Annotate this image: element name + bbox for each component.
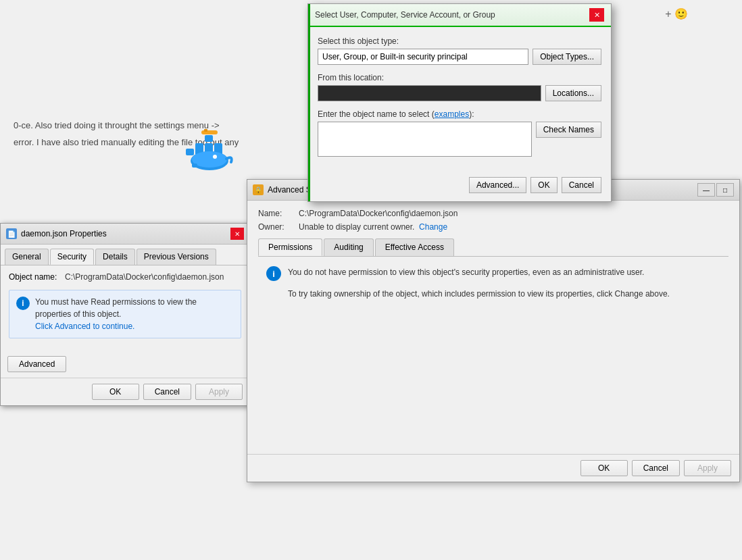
select-user-title: Select User, Computer, Service Account, … bbox=[315, 10, 495, 20]
adv-tab-bar: Permissions Auditing Effective Access bbox=[258, 238, 728, 257]
properties-dialog-title: daemon.json Properties bbox=[21, 229, 107, 238]
enter-name-section: Enter the object name to select (example… bbox=[318, 109, 601, 157]
properties-info-text: You must have Read permissions to view t… bbox=[35, 296, 234, 332]
object-name-value: C:\ProgramData\Docker\config\daemon.json bbox=[65, 272, 224, 282]
tab-details[interactable]: Details bbox=[95, 249, 135, 265]
adv-minimize-button[interactable]: — bbox=[697, 183, 715, 197]
svg-rect-11 bbox=[204, 129, 207, 132]
select-user-close-button[interactable]: ✕ bbox=[589, 8, 604, 22]
properties-tab-content: Object name: C:\ProgramData\Docker\confi… bbox=[1, 265, 249, 352]
location-row: Locations... bbox=[318, 85, 601, 101]
object-types-button[interactable]: Object Types... bbox=[533, 49, 601, 65]
adv-tab-permissions[interactable]: Permissions bbox=[258, 238, 322, 256]
select-user-footer: Advanced... OK Cancel bbox=[308, 172, 611, 201]
adv-ok-button[interactable]: OK bbox=[580, 460, 628, 476]
examples-link[interactable]: examples bbox=[435, 109, 469, 119]
properties-title-left: 📄 daemon.json Properties bbox=[6, 228, 107, 239]
properties-tab-bar: General Security Details Previous Versio… bbox=[1, 245, 249, 265]
emoji-icon: + 🙂 bbox=[665, 5, 688, 23]
adv-apply-button[interactable]: Apply bbox=[684, 460, 731, 476]
svg-rect-10 bbox=[201, 130, 218, 134]
adv-name-value: C:\ProgramData\Docker\config\daemon.json bbox=[299, 209, 457, 218]
svg-rect-0 bbox=[186, 149, 194, 155]
adv-name-row: Name: C:\ProgramData\Docker\config\daemo… bbox=[258, 209, 728, 218]
advanced-security-dialog: 🔒 Advanced Security Settings for daemon.… bbox=[247, 179, 740, 482]
click-advanced-link[interactable]: Click Advanced to continue. bbox=[35, 322, 134, 331]
advanced-btn-row: Advanced bbox=[1, 352, 249, 378]
select-user-cancel-button[interactable]: Cancel bbox=[562, 177, 601, 193]
tab-security[interactable]: Security bbox=[50, 249, 94, 265]
properties-titlebar: 📄 daemon.json Properties ✕ bbox=[1, 224, 249, 245]
advanced-button[interactable]: Advanced bbox=[7, 356, 66, 372]
properties-footer: OK Cancel Apply bbox=[1, 378, 249, 405]
object-type-label: Select this object type: bbox=[318, 36, 601, 46]
object-name-row: Object name: C:\ProgramData\Docker\confi… bbox=[9, 272, 241, 282]
adv-permission-message-row: i You do not have permission to view thi… bbox=[266, 266, 720, 281]
adv-info-circle-icon: i bbox=[266, 266, 281, 281]
select-user-content: Select this object type: Object Types...… bbox=[308, 27, 611, 172]
svg-rect-8 bbox=[192, 163, 197, 168]
properties-apply-button[interactable]: Apply bbox=[195, 384, 243, 400]
object-name-textarea[interactable] bbox=[318, 122, 532, 157]
location-input[interactable] bbox=[318, 85, 541, 101]
object-type-input[interactable] bbox=[318, 49, 528, 65]
locations-button[interactable]: Locations... bbox=[545, 85, 601, 101]
adv-name-label: Name: bbox=[258, 209, 299, 218]
properties-close-button[interactable]: ✕ bbox=[230, 228, 244, 240]
enter-name-label: Enter the object name to select (example… bbox=[318, 109, 601, 119]
tab-general[interactable]: General bbox=[5, 249, 49, 265]
adv-cancel-button[interactable]: Cancel bbox=[632, 460, 680, 476]
location-label: From this location: bbox=[318, 73, 601, 82]
tab-previous-versions[interactable]: Previous Versions bbox=[137, 249, 216, 265]
object-type-row: Object Types... bbox=[318, 49, 601, 65]
adv-owner-row: Owner: Unable to display current owner. … bbox=[258, 222, 728, 232]
properties-title-icon: 📄 bbox=[6, 228, 17, 239]
adv-change-owner-link[interactable]: Change bbox=[419, 222, 447, 232]
enter-name-row: Check Names bbox=[318, 122, 601, 157]
adv-permission-message: You do not have permission to view this … bbox=[288, 266, 644, 279]
adv-ownership-message: To try taking ownership of the object, w… bbox=[288, 288, 720, 301]
adv-tab-effective-access[interactable]: Effective Access bbox=[375, 238, 454, 256]
svg-rect-3 bbox=[205, 135, 213, 142]
properties-cancel-button[interactable]: Cancel bbox=[143, 384, 191, 400]
select-user-ok-button[interactable]: OK bbox=[530, 177, 557, 193]
adv-owner-label: Owner: bbox=[258, 222, 299, 232]
properties-info-box: i You must have Read permissions to view… bbox=[9, 290, 241, 338]
object-name-label: Object name: bbox=[9, 272, 59, 282]
select-user-advanced-button[interactable]: Advanced... bbox=[469, 177, 526, 193]
object-type-section: Select this object type: Object Types... bbox=[318, 36, 601, 65]
info-circle-icon: i bbox=[16, 297, 30, 310]
properties-dialog: 📄 daemon.json Properties ✕ General Secur… bbox=[0, 223, 250, 406]
adv-maximize-button[interactable]: □ bbox=[716, 183, 734, 197]
check-names-button[interactable]: Check Names bbox=[536, 122, 601, 138]
location-section: From this location: Locations... bbox=[318, 73, 601, 101]
svg-point-7 bbox=[213, 155, 217, 159]
adv-title-icon: 🔒 bbox=[253, 184, 264, 195]
select-user-dialog: Select User, Computer, Service Account, … bbox=[307, 3, 612, 202]
docker-whale-image bbox=[182, 128, 237, 176]
adv-titlebar-buttons: — □ bbox=[697, 183, 734, 197]
adv-tab-auditing[interactable]: Auditing bbox=[324, 238, 373, 256]
adv-security-content: Name: C:\ProgramData\Docker\config\daemo… bbox=[247, 201, 739, 454]
properties-ok-button[interactable]: OK bbox=[92, 384, 139, 400]
green-border bbox=[308, 4, 310, 201]
adv-tab-permissions-content: i You do not have permission to view thi… bbox=[258, 257, 728, 446]
adv-security-footer: OK Cancel Apply bbox=[247, 454, 739, 482]
adv-owner-value: Unable to display current owner. bbox=[299, 222, 414, 232]
select-user-titlebar: Select User, Computer, Service Account, … bbox=[308, 4, 611, 27]
